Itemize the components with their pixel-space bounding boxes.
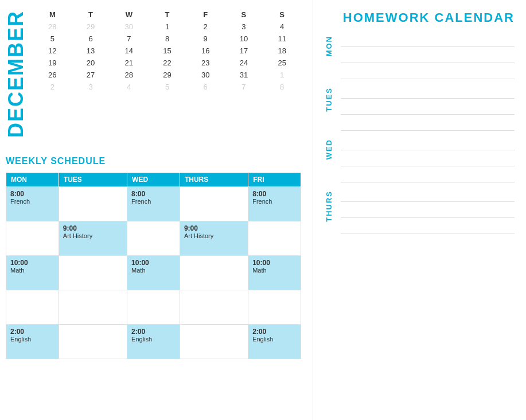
calendar-day: 24 <box>225 57 263 68</box>
calendar-day: 10 <box>225 33 263 44</box>
calendar-grid: MTWTFSS 28293012345678910111213141516171… <box>33 10 301 143</box>
homework-line[interactable] <box>341 207 515 218</box>
cell-time: 9:00 <box>63 224 123 232</box>
schedule-row <box>6 290 301 325</box>
cell-subject: English <box>10 336 54 343</box>
calendar-row: 19202122232425 <box>33 57 301 68</box>
calendar-day: 31 <box>225 69 263 80</box>
schedule-tbody: 8:00French8:00French8:00French9:00Art Hi… <box>6 187 301 359</box>
schedule-cell: 9:00Art History <box>180 221 248 256</box>
homework-days: MONTUESWEDTHURS <box>325 36 515 234</box>
schedule-cell <box>127 221 180 256</box>
cell-time: 2:00 <box>10 328 54 336</box>
homework-line[interactable] <box>341 103 515 115</box>
cell-subject: Math <box>252 267 297 274</box>
homework-day-section: WED <box>325 139 515 182</box>
schedule-cell <box>180 290 248 325</box>
cell-time: 8:00 <box>252 190 297 198</box>
schedule-cell: 8:00French <box>6 187 59 221</box>
calendar-day-header: S <box>263 10 301 19</box>
cell-subject: Math <box>131 267 176 274</box>
homework-line[interactable] <box>341 155 515 166</box>
schedule-cell: 2:00English <box>248 325 301 359</box>
calendar-day: 12 <box>33 45 72 56</box>
homework-line[interactable] <box>341 68 515 79</box>
schedule-col-header: MON <box>6 173 59 187</box>
calendar-row: 2627282930311 <box>33 69 301 80</box>
calendar-day: 2 <box>186 21 225 32</box>
calendar-day: 9 <box>186 33 225 44</box>
homework-line[interactable] <box>341 139 515 150</box>
cell-subject: French <box>252 198 297 205</box>
calendar-day-header: M <box>33 10 72 19</box>
schedule-cell <box>6 290 59 325</box>
schedule-col-header: THURS <box>180 173 248 187</box>
homework-line[interactable] <box>341 223 515 234</box>
homework-lines <box>341 190 515 234</box>
calendar-day-header: F <box>186 10 225 19</box>
schedule-header-row: MONTUESWEDTHURSFRI <box>6 173 301 187</box>
schedule-row: 9:00Art History9:00Art History <box>6 221 301 256</box>
cell-subject: Math <box>10 267 54 274</box>
right-panel: HOMEWORK CALENDAR MONTUESWEDTHURS <box>313 0 526 420</box>
cell-subject: French <box>131 198 176 205</box>
calendar-day: 18 <box>263 45 301 56</box>
homework-line[interactable] <box>341 52 515 63</box>
calendar-day: 14 <box>110 45 148 56</box>
calendar-day: 30 <box>110 21 148 32</box>
calendar-day: 17 <box>225 45 263 56</box>
homework-lines <box>341 87 515 131</box>
homework-title: HOMEWORK CALENDAR <box>325 10 515 25</box>
schedule-cell: 10:00Math <box>248 256 301 290</box>
homework-line[interactable] <box>341 119 515 131</box>
cell-time: 2:00 <box>131 328 176 336</box>
schedule-cell <box>248 290 301 325</box>
homework-lines <box>341 36 515 79</box>
calendar-day: 4 <box>263 21 301 32</box>
homework-day-label: TUES <box>325 87 335 112</box>
cell-subject: French <box>10 198 54 205</box>
cell-time: 8:00 <box>131 190 176 198</box>
homework-line[interactable] <box>341 171 515 182</box>
cell-time: 10:00 <box>131 259 176 267</box>
calendar-day: 7 <box>110 33 148 44</box>
schedule-cell <box>59 325 127 359</box>
calendar-day: 13 <box>72 45 110 56</box>
calendar-day: 21 <box>110 57 148 68</box>
schedule-cell: 10:00Math <box>127 256 180 290</box>
homework-line[interactable] <box>341 36 515 47</box>
calendar-day: 15 <box>148 45 186 56</box>
cell-subject: English <box>252 336 297 343</box>
schedule-row: 8:00French8:00French8:00French <box>6 187 301 221</box>
calendar-day-header: T <box>72 10 110 19</box>
cell-time: 10:00 <box>10 259 54 267</box>
calendar-row: 12131415161718 <box>33 45 301 56</box>
calendar-row: 567891011 <box>33 33 301 44</box>
calendar-day: 3 <box>72 81 110 92</box>
schedule-table: MONTUESWEDTHURSFRI 8:00French8:00French8… <box>6 172 301 359</box>
calendar-section: DECEMBER MTWTFSS 28293012345678910111213… <box>6 10 301 143</box>
homework-lines <box>341 139 515 182</box>
homework-day-section: MON <box>325 36 515 79</box>
calendar-day: 1 <box>148 21 186 32</box>
schedule-cell <box>180 325 248 359</box>
calendar-day: 25 <box>263 57 301 68</box>
calendar-row: 2345678 <box>33 81 301 92</box>
calendar-day-header: S <box>225 10 263 19</box>
homework-line[interactable] <box>341 87 515 99</box>
calendar-day: 6 <box>72 33 110 44</box>
homework-line[interactable] <box>341 190 515 202</box>
calendar-day: 27 <box>72 69 110 80</box>
calendar-day: 28 <box>33 21 72 32</box>
schedule-col-header: WED <box>127 173 180 187</box>
calendar-day: 5 <box>148 81 186 92</box>
cell-time: 2:00 <box>252 328 297 336</box>
schedule-col-header: TUES <box>59 173 127 187</box>
schedule-row: 10:00Math10:00Math10:00Math <box>6 256 301 290</box>
schedule-cell <box>180 256 248 290</box>
calendar-day: 20 <box>72 57 110 68</box>
calendar-header: MTWTFSS <box>33 10 301 19</box>
calendar-day: 4 <box>110 81 148 92</box>
schedule-cell: 8:00French <box>248 187 301 221</box>
calendar-day: 30 <box>186 69 225 80</box>
